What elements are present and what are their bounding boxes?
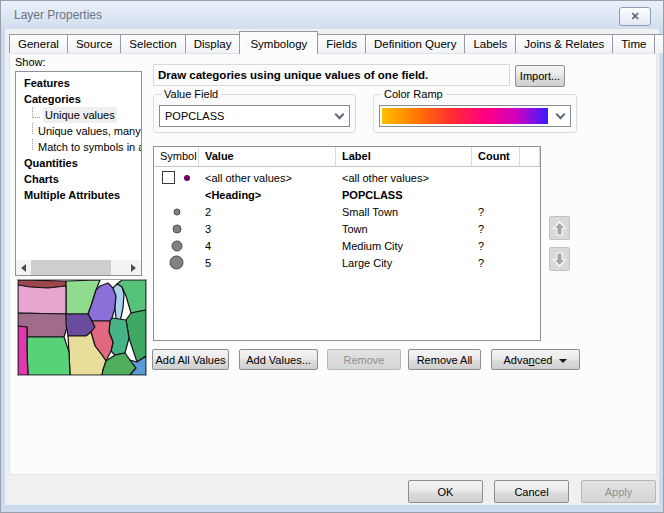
graduated-circle-icon[interactable] [169, 238, 185, 254]
table-row-value-2[interactable]: 2 Small Town ? [154, 203, 540, 220]
apply-button[interactable]: Apply [581, 480, 656, 503]
remove-all-button[interactable]: Remove All [408, 349, 481, 370]
tab-joins-relates[interactable]: Joins & Relates [515, 34, 613, 53]
tab-selection[interactable]: Selection [120, 34, 185, 53]
value-field-selected: POPCLASS [165, 110, 224, 122]
map-preview [17, 279, 147, 376]
tab-definition-query[interactable]: Definition Query [365, 34, 465, 53]
dropdown-caret-icon [559, 359, 567, 363]
tree-connector-icon [32, 123, 33, 134]
color-ramp-swatch [382, 108, 548, 124]
tree-item-charts[interactable]: Charts [16, 171, 141, 187]
color-ramp-label: Color Ramp [381, 88, 446, 100]
show-tree: Features Categories Unique values Unique… [15, 71, 142, 276]
column-header-symbol[interactable]: Symbol [154, 147, 199, 166]
scroll-right-icon[interactable] [126, 260, 141, 275]
advanced-label: Advanced [504, 354, 553, 366]
scrollbar-thumb[interactable] [31, 260, 111, 275]
table-row-value-3[interactable]: 3 Town ? [154, 220, 540, 237]
window-title: Layer Properties [14, 8, 102, 22]
scroll-left-icon[interactable] [16, 260, 31, 275]
tree-horizontal-scrollbar[interactable] [16, 260, 141, 275]
map-preview-image [18, 280, 146, 375]
tab-source[interactable]: Source [67, 34, 121, 53]
tree-item-categories[interactable]: Categories [16, 91, 141, 107]
advanced-button[interactable]: Advanced [491, 349, 580, 370]
column-header-value[interactable]: Value [199, 147, 336, 166]
tab-html-popup[interactable]: HTML Popup [654, 34, 664, 53]
table-row-value-5[interactable]: 5 Large City ? [154, 254, 540, 271]
tab-general[interactable]: General [9, 34, 68, 53]
tree-item-unique-values[interactable]: Unique values [16, 107, 141, 123]
tree-item-unique-values-many[interactable]: Unique values, many [16, 123, 141, 139]
color-ramp-dropdown[interactable] [379, 105, 571, 127]
add-values-button[interactable]: Add Values... [239, 349, 318, 370]
graduated-circle-icon[interactable] [168, 254, 185, 271]
layer-properties-dialog: Layer Properties ✕ General Source Select… [0, 0, 664, 513]
cancel-button[interactable]: Cancel [494, 480, 569, 503]
close-button[interactable]: ✕ [619, 7, 651, 26]
column-header-filler [520, 147, 540, 166]
show-label: Show: [15, 56, 46, 68]
title-bar[interactable]: Layer Properties [1, 1, 663, 29]
tree-connector-icon [32, 139, 33, 150]
tree-connector-icon [32, 107, 40, 118]
value-field-dropdown[interactable]: POPCLASS [159, 105, 350, 127]
tree-item-multiple-attributes[interactable]: Multiple Attributes [16, 187, 141, 203]
tab-labels[interactable]: Labels [464, 34, 516, 53]
ok-button[interactable]: OK [408, 480, 483, 503]
tree-item-quantities[interactable]: Quantities [16, 155, 141, 171]
tab-display[interactable]: Display [185, 34, 241, 53]
table-row-value-4[interactable]: 4 Medium City ? [154, 237, 540, 254]
graduated-circle-icon[interactable] [169, 204, 185, 220]
graduated-circle-icon[interactable] [169, 221, 185, 237]
all-other-values-checkbox[interactable] [162, 171, 175, 184]
tab-fields[interactable]: Fields [317, 34, 366, 53]
remove-button[interactable]: Remove [327, 349, 401, 370]
chevron-down-icon[interactable] [329, 106, 349, 126]
point-symbol-icon[interactable] [183, 174, 191, 182]
value-field-label: Value Field [161, 88, 221, 100]
import-button[interactable]: Import... [515, 65, 565, 87]
tree-item-features[interactable]: Features [16, 75, 141, 91]
table-row-all-other-values[interactable]: <all other values> <all other values> [154, 169, 540, 186]
add-all-values-button[interactable]: Add All Values [152, 349, 229, 370]
close-icon: ✕ [630, 10, 639, 22]
tab-symbology[interactable]: Symbology [239, 31, 318, 54]
method-description: Draw categories using unique values of o… [153, 64, 510, 86]
unique-values-table: Symbol Value Label Count <all other valu… [153, 146, 541, 341]
column-header-label[interactable]: Label [336, 147, 472, 166]
arrow-up-icon [552, 220, 567, 237]
tab-strip: General Source Selection Display Symbolo… [9, 31, 664, 53]
table-row-heading[interactable]: <Heading> POPCLASS [154, 186, 540, 203]
table-header[interactable]: Symbol Value Label Count [154, 147, 540, 167]
chevron-down-icon[interactable] [550, 106, 570, 126]
column-header-count[interactable]: Count [472, 147, 520, 166]
move-down-button[interactable] [549, 247, 570, 271]
arrow-down-icon [552, 251, 567, 268]
move-up-button[interactable] [549, 216, 570, 240]
tree-item-match-symbols[interactable]: Match to symbols in a [16, 139, 141, 155]
tab-time[interactable]: Time [612, 34, 655, 53]
